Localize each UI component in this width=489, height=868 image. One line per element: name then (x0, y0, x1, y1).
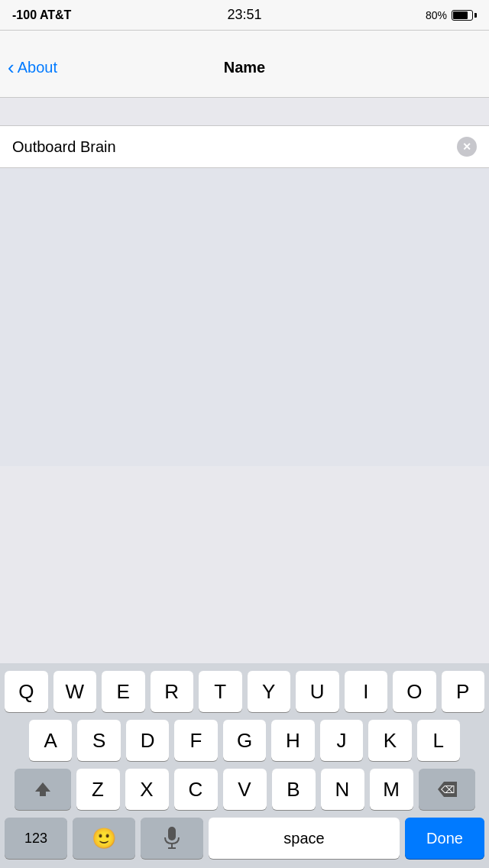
time-display: 23:51 (227, 7, 261, 23)
svg-text:⌫: ⌫ (441, 784, 455, 795)
battery-percent: 80% (426, 9, 447, 21)
keyboard-bottom-row: 123 🙂 space Done (5, 818, 484, 859)
name-input[interactable] (12, 138, 457, 156)
shift-icon (34, 781, 51, 798)
key-y[interactable]: Y (248, 671, 291, 712)
key-s[interactable]: S (77, 720, 120, 761)
emoji-icon: 🙂 (92, 827, 116, 850)
content-area (0, 168, 489, 466)
nav-title: Name (224, 59, 265, 76)
key-v[interactable]: V (223, 769, 267, 810)
key-q[interactable]: Q (5, 671, 48, 712)
key-e[interactable]: E (102, 671, 145, 712)
key-f[interactable]: F (174, 720, 217, 761)
key-i[interactable]: I (345, 671, 388, 712)
status-bar: -100 AT&T 23:51 80% (0, 0, 489, 31)
svg-rect-2 (168, 827, 176, 840)
key-d[interactable]: D (126, 720, 169, 761)
nav-bar: ‹ About Name (0, 31, 489, 98)
key-n[interactable]: N (321, 769, 364, 810)
key-p[interactable]: P (442, 671, 485, 712)
key-c[interactable]: C (174, 769, 218, 810)
key-z[interactable]: Z (76, 769, 120, 810)
section-gap-top (0, 98, 489, 125)
key-a[interactable]: A (29, 720, 72, 761)
delete-key[interactable]: ⌫ (419, 769, 475, 810)
key-x[interactable]: X (125, 769, 169, 810)
key-m[interactable]: M (370, 769, 413, 810)
keyboard-row-3: Z X C V B N M ⌫ (5, 769, 484, 810)
keyboard-row-2: A S D F G H J K L (5, 720, 484, 761)
carrier-text: -100 AT&T (12, 8, 134, 22)
svg-marker-0 (35, 782, 50, 796)
key-o[interactable]: O (393, 671, 436, 712)
done-key[interactable]: Done (405, 818, 484, 859)
microphone-icon (164, 827, 180, 850)
battery-icon (452, 10, 477, 21)
back-label: About (18, 59, 57, 76)
emoji-key[interactable]: 🙂 (73, 818, 135, 859)
clear-icon: ✕ (462, 141, 471, 152)
text-field-row[interactable]: ✕ (0, 125, 489, 168)
key-h[interactable]: H (271, 720, 314, 761)
key-g[interactable]: G (223, 720, 266, 761)
key-j[interactable]: J (320, 720, 363, 761)
back-chevron-icon: ‹ (8, 57, 15, 77)
keyboard: Q W E R T Y U I O P A S D F G H J K L Z … (0, 663, 489, 868)
clear-button[interactable]: ✕ (457, 137, 477, 157)
key-l[interactable]: L (417, 720, 460, 761)
key-b[interactable]: B (272, 769, 316, 810)
shift-key[interactable] (15, 769, 71, 810)
key-t[interactable]: T (199, 671, 242, 712)
back-button[interactable]: ‹ About (8, 59, 57, 77)
status-right-icons: 80% (355, 9, 477, 21)
key-u[interactable]: U (296, 671, 339, 712)
space-key[interactable]: space (209, 818, 400, 859)
key-k[interactable]: K (368, 720, 411, 761)
key-r[interactable]: R (151, 671, 194, 712)
keyboard-row-1: Q W E R T Y U I O P (5, 671, 484, 712)
microphone-key[interactable] (141, 818, 203, 859)
delete-icon: ⌫ (437, 782, 457, 797)
key-w[interactable]: W (53, 671, 97, 712)
numbers-key[interactable]: 123 (5, 818, 67, 859)
